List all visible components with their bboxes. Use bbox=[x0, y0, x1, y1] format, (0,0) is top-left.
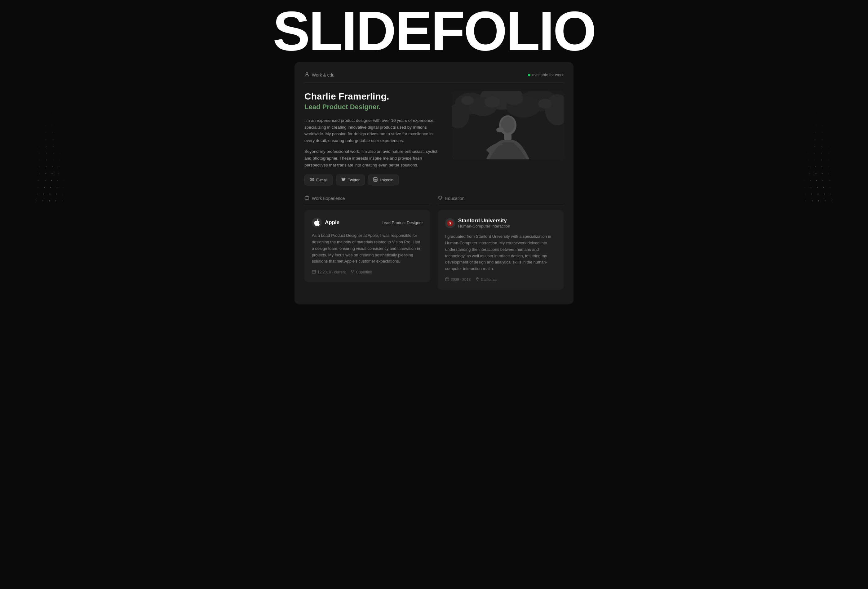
linkedin-label: linkedin bbox=[380, 178, 393, 182]
svg-point-25 bbox=[477, 278, 478, 279]
work-edu-icon bbox=[304, 72, 309, 78]
stanford-desc: I graduated from Stanford University wit… bbox=[445, 233, 556, 272]
status-dot bbox=[528, 74, 530, 76]
work-exp-label: Work Experience bbox=[312, 196, 345, 201]
education-section: Education S Stanford Univ bbox=[438, 195, 564, 289]
apple-job-card: Apple Lead Product Designer As a Lead Pr… bbox=[304, 210, 430, 282]
svg-point-11 bbox=[461, 96, 474, 105]
apple-meta: 12.2018 - current Cupertino bbox=[312, 270, 423, 275]
stanford-company: S Stanford University Human-Computer Int… bbox=[445, 218, 510, 229]
svg-rect-1 bbox=[310, 178, 314, 181]
svg-point-13 bbox=[505, 93, 523, 105]
education-header: Education bbox=[438, 195, 564, 205]
profile-image bbox=[452, 91, 564, 159]
twitter-icon bbox=[341, 177, 345, 183]
svg-rect-24 bbox=[446, 278, 449, 281]
linkedin-icon bbox=[373, 177, 378, 183]
stanford-meta: 2009 - 2013 California bbox=[445, 277, 556, 282]
apple-logo bbox=[312, 218, 322, 227]
profile-bio-2: Beyond my professional work, I'm also an… bbox=[304, 148, 442, 168]
stanford-location: California bbox=[475, 277, 497, 282]
stanford-date-text: 2009 - 2013 bbox=[451, 278, 471, 282]
apple-desc: As a Lead Product Designer at Apple, I w… bbox=[312, 232, 423, 265]
stanford-date: 2009 - 2013 bbox=[445, 277, 471, 282]
work-experience-header: Work Experience bbox=[304, 195, 430, 205]
email-label: E-mail bbox=[316, 178, 328, 182]
svg-rect-19 bbox=[305, 196, 309, 199]
apple-location-text: Cupertino bbox=[356, 270, 372, 275]
calendar-icon-2 bbox=[445, 277, 449, 282]
svg-text:S: S bbox=[449, 221, 451, 225]
location-icon-2 bbox=[475, 277, 479, 282]
email-icon bbox=[310, 177, 314, 183]
svg-rect-16 bbox=[504, 134, 512, 140]
education-label: Education bbox=[445, 196, 464, 201]
svg-point-21 bbox=[352, 271, 353, 271]
svg-point-18 bbox=[496, 127, 504, 132]
apple-location: Cupertino bbox=[351, 270, 372, 275]
calendar-icon bbox=[312, 270, 316, 275]
profile-name: Charlie Framerling. bbox=[304, 91, 442, 102]
education-icon bbox=[438, 195, 443, 201]
work-exp-icon bbox=[304, 195, 309, 201]
twitter-button[interactable]: Twitter bbox=[336, 174, 365, 185]
stanford-logo: S bbox=[445, 218, 455, 228]
work-experience-section: Work Experience Apple Lead Product bbox=[304, 195, 430, 289]
apple-date-text: 12.2018 - current bbox=[317, 270, 345, 275]
apple-name: Apple bbox=[325, 220, 340, 226]
svg-point-14 bbox=[538, 99, 552, 108]
apple-card-header: Apple Lead Product Designer bbox=[312, 218, 423, 227]
profile-section: Charlie Framerling. Lead Product Designe… bbox=[304, 91, 564, 185]
linkedin-button[interactable]: linkedin bbox=[368, 174, 399, 185]
svg-point-0 bbox=[306, 72, 308, 74]
svg-rect-20 bbox=[312, 270, 316, 273]
stanford-location-text: California bbox=[481, 278, 497, 282]
apple-company: Apple bbox=[312, 218, 340, 227]
apple-role: Lead Product Designer bbox=[382, 220, 423, 225]
section-header: Work & edu available for work bbox=[304, 72, 564, 83]
hero-title: SLIDEFOLIO bbox=[273, 3, 595, 59]
location-icon bbox=[351, 270, 354, 275]
section-header-left: Work & edu bbox=[304, 72, 335, 78]
profile-bio-1: I'm an experienced product designer with… bbox=[304, 117, 442, 144]
stanford-card-header: S Stanford University Human-Computer Int… bbox=[445, 218, 556, 229]
bottom-two-col: Work Experience Apple Lead Product bbox=[304, 195, 564, 294]
status-text: available for work bbox=[532, 72, 564, 77]
profile-info: Charlie Framerling. Lead Product Designe… bbox=[304, 91, 442, 185]
svg-point-12 bbox=[484, 96, 500, 108]
twitter-label: Twitter bbox=[348, 178, 360, 182]
work-edu-label: Work & edu bbox=[312, 72, 335, 78]
stanford-name: Stanford University bbox=[458, 218, 510, 224]
profile-title: Lead Product Designer. bbox=[304, 103, 442, 111]
profile-image-container bbox=[452, 91, 564, 159]
stanford-card: S Stanford University Human-Computer Int… bbox=[438, 210, 564, 289]
main-card: Work & edu available for work Charlie Fr… bbox=[294, 62, 574, 304]
hero-title-container: SLIDEFOLIO bbox=[56, 0, 812, 62]
apple-date: 12.2018 - current bbox=[312, 270, 345, 275]
availability-status: available for work bbox=[528, 72, 564, 77]
social-buttons: E-mail Twitter bbox=[304, 174, 442, 185]
email-button[interactable]: E-mail bbox=[304, 174, 333, 185]
stanford-field: Human-Computer Interaction bbox=[458, 224, 510, 229]
